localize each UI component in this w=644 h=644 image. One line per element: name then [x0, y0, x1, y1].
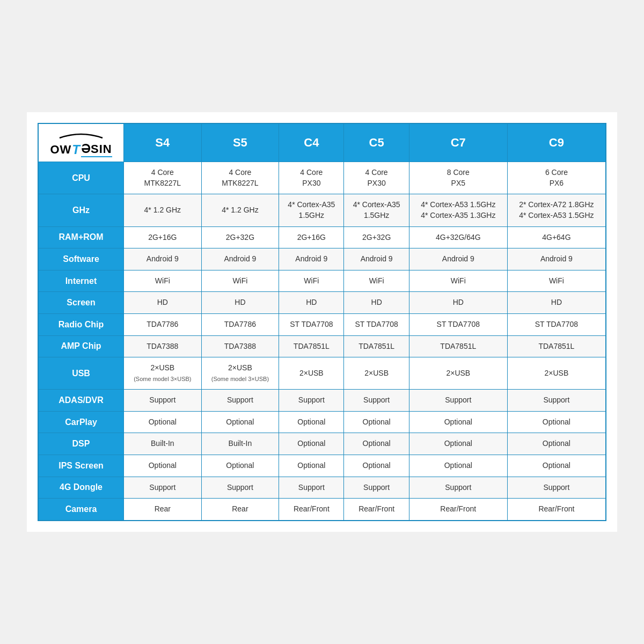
cell-carplay-col0: Optional	[124, 411, 202, 433]
cell-carplay-col2: Optional	[279, 411, 344, 433]
cell-cpu-col1: 4 CoreMTK8227L	[201, 162, 279, 194]
cell-dsp-col1: Built-In	[201, 433, 279, 455]
cell-amp-chip-col2: TDA7851L	[279, 335, 344, 357]
cell-internet-col5: WiFi	[507, 270, 606, 292]
cell-adas-dvr-col5: Support	[507, 390, 606, 412]
cell-4g-dongle-col2: Support	[279, 477, 344, 499]
row-label-radio-chip: Radio Chip	[38, 313, 124, 335]
cell-screen-col0: HD	[124, 292, 202, 314]
table-row: USB2×USB(Some model 3×USB)2×USB(Some mod…	[38, 357, 606, 390]
cell-ips-screen-col5: Optional	[507, 455, 606, 477]
cell-ram-rom-col2: 2G+16G	[279, 226, 344, 248]
cell-screen-col3: HD	[344, 292, 409, 314]
cell-carplay-col1: Optional	[201, 411, 279, 433]
cell-ips-screen-col1: Optional	[201, 455, 279, 477]
cell-ghz-col2: 4* Cortex-A351.5GHz	[279, 194, 344, 226]
row-label-ips-screen: IPS Screen	[38, 455, 124, 477]
cell-amp-chip-col0: TDA7388	[124, 335, 202, 357]
cell-carplay-col3: Optional	[344, 411, 409, 433]
cell-text: 4* Cortex-A35	[353, 200, 400, 209]
cell-dsp-col5: Optional	[507, 433, 606, 455]
cell-cpu-col4: 8 CorePX5	[409, 162, 507, 194]
cell-ips-screen-col4: Optional	[409, 455, 507, 477]
cell-ghz-col5: 2* Cortex-A72 1.8GHz4* Cortex-A53 1.5GHz	[507, 194, 606, 226]
col-header-s4: S4	[124, 123, 202, 162]
cell-carplay-col4: Optional	[409, 411, 507, 433]
cell-software-col2: Android 9	[279, 248, 344, 270]
cell-4g-dongle-col0: Support	[124, 477, 202, 499]
table-row: RAM+ROM2G+16G2G+32G2G+16G2G+32G4G+32G/64…	[38, 226, 606, 248]
cell-text: (Some model 3×USB)	[211, 376, 269, 382]
cell-camera-col5: Rear/Front	[507, 499, 606, 521]
cell-internet-col1: WiFi	[201, 270, 279, 292]
table-row: InternetWiFiWiFiWiFiWiFiWiFiWiFi	[38, 270, 606, 292]
cell-ram-rom-col5: 4G+64G	[507, 226, 606, 248]
cell-ram-rom-col3: 2G+32G	[344, 226, 409, 248]
table-row: CPU4 CoreMTK8227L4 CoreMTK8227L4 CorePX3…	[38, 162, 606, 194]
table-row: CarPlayOptionalOptionalOptionalOptionalO…	[38, 411, 606, 433]
cell-usb-col2: 2×USB	[279, 357, 344, 390]
table-row: CameraRearRearRear/FrontRear/FrontRear/F…	[38, 499, 606, 521]
table-body: CPU4 CoreMTK8227L4 CoreMTK8227L4 CorePX3…	[38, 162, 606, 521]
cell-adas-dvr-col1: Support	[201, 390, 279, 412]
cell-camera-col4: Rear/Front	[409, 499, 507, 521]
col-header-c5: C5	[344, 123, 409, 162]
cell-ghz-col1: 4* 1.2 GHz	[201, 194, 279, 226]
logo-cell: OW T ƏSIN	[38, 123, 124, 162]
cell-camera-col2: Rear/Front	[279, 499, 344, 521]
cell-ghz-col4: 4* Cortex-A53 1.5GHz4* Cortex-A35 1.3GHz	[409, 194, 507, 226]
cell-text: 4 Core	[229, 168, 251, 177]
row-label-dsp: DSP	[38, 433, 124, 455]
col-header-c7: C7	[409, 123, 507, 162]
cell-dsp-col0: Built-In	[124, 433, 202, 455]
row-label-ram-rom: RAM+ROM	[38, 226, 124, 248]
row-label-internet: Internet	[38, 270, 124, 292]
cell-radio-chip-col3: ST TDA7708	[344, 313, 409, 335]
cell-ips-screen-col2: Optional	[279, 455, 344, 477]
cell-text: (Some model 3×USB)	[134, 376, 191, 382]
cell-text: PX6	[550, 179, 564, 187]
page-wrapper: OW T ƏSIN S4 S5 C4 C5 C7 C9 CPU4 CoreMTK…	[27, 112, 617, 532]
table-row: IPS ScreenOptionalOptionalOptionalOption…	[38, 455, 606, 477]
cell-4g-dongle-col3: Support	[344, 477, 409, 499]
table-row: DSPBuilt-InBuilt-InOptionalOptionalOptio…	[38, 433, 606, 455]
cell-amp-chip-col5: TDA7851L	[507, 335, 606, 357]
cell-cpu-col3: 4 CorePX30	[344, 162, 409, 194]
row-label-camera: Camera	[38, 499, 124, 521]
cell-ram-rom-col1: 2G+32G	[201, 226, 279, 248]
cell-ram-rom-col0: 2G+16G	[124, 226, 202, 248]
row-label-screen: Screen	[38, 292, 124, 314]
cell-usb-col4: 2×USB	[409, 357, 507, 390]
cell-ips-screen-col0: Optional	[124, 455, 202, 477]
cell-4g-dongle-col4: Support	[409, 477, 507, 499]
cell-text: 1.5GHz	[364, 211, 389, 219]
cell-ips-screen-col3: Optional	[344, 455, 409, 477]
cell-radio-chip-col0: TDA7786	[124, 313, 202, 335]
col-header-s5: S5	[201, 123, 279, 162]
cell-internet-col2: WiFi	[279, 270, 344, 292]
row-label-ghz: GHz	[38, 194, 124, 226]
cell-screen-col4: HD	[409, 292, 507, 314]
table-row: SoftwareAndroid 9Android 9Android 9Andro…	[38, 248, 606, 270]
cell-adas-dvr-col0: Support	[124, 390, 202, 412]
row-label-cpu: CPU	[38, 162, 124, 194]
cell-screen-col1: HD	[201, 292, 279, 314]
cell-software-col4: Android 9	[409, 248, 507, 270]
cell-camera-col3: Rear/Front	[344, 499, 409, 521]
cell-text: 2×USB	[228, 363, 252, 372]
col-header-c9: C9	[507, 123, 606, 162]
cell-dsp-col3: Optional	[344, 433, 409, 455]
cell-text: 4 Core	[300, 168, 323, 177]
comparison-table: OW T ƏSIN S4 S5 C4 C5 C7 C9 CPU4 CoreMTK…	[38, 123, 606, 521]
cell-text: 6 Core	[545, 168, 568, 177]
row-label-software: Software	[38, 248, 124, 270]
cell-software-col3: Android 9	[344, 248, 409, 270]
cell-text: 8 Core	[447, 168, 470, 177]
cell-software-col0: Android 9	[124, 248, 202, 270]
header-row: OW T ƏSIN S4 S5 C4 C5 C7 C9	[38, 123, 606, 162]
table-row: GHz4* 1.2 GHz4* 1.2 GHz4* Cortex-A351.5G…	[38, 194, 606, 226]
cell-4g-dongle-col5: Support	[507, 477, 606, 499]
cell-radio-chip-col1: TDA7786	[201, 313, 279, 335]
cell-radio-chip-col2: ST TDA7708	[279, 313, 344, 335]
cell-screen-col2: HD	[279, 292, 344, 314]
